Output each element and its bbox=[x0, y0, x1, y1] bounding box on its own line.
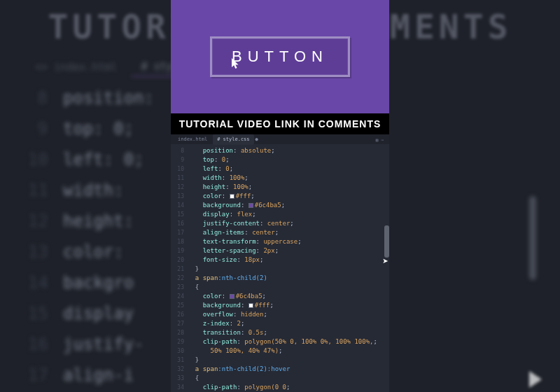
fg-scrollbar-thumb[interactable] bbox=[384, 225, 389, 258]
line-number: 34 bbox=[171, 383, 184, 392]
line-number: 30 bbox=[171, 346, 184, 356]
line-number: 20 bbox=[171, 255, 184, 265]
css-icon: # bbox=[217, 136, 220, 142]
line-number: 15 bbox=[171, 210, 184, 219]
code-line: width: 100%; bbox=[188, 174, 388, 183]
line-number: 32 bbox=[171, 365, 184, 374]
banner-text: TUTORIAL VIDEO LINK IN COMMENTS bbox=[179, 118, 382, 130]
bg-scrollbar-thumb[interactable] bbox=[529, 196, 536, 280]
fg-titlebar-controls: ▥ ⋯ bbox=[376, 135, 386, 144]
code-line: 50% 100%, 40% 47%); bbox=[188, 346, 388, 356]
line-number: 13 bbox=[171, 192, 184, 201]
bg-code-line: 8position: bbox=[28, 83, 154, 113]
line-number: 19 bbox=[171, 246, 184, 255]
line-number: 25 bbox=[171, 301, 184, 310]
demo-button[interactable]: BUTTON bbox=[210, 36, 350, 77]
line-number: 8 bbox=[171, 146, 184, 155]
line-number: 14 bbox=[171, 201, 184, 210]
code-line: font-size: 18px; bbox=[188, 255, 388, 265]
line-number: 27 bbox=[171, 319, 184, 328]
code-line: justify-content: center; bbox=[188, 219, 388, 228]
line-number: 33 bbox=[171, 374, 184, 383]
code-line: background: #6c4ba5; bbox=[188, 201, 388, 210]
line-number: 16 bbox=[171, 219, 184, 228]
bg-code-line: 16justify- bbox=[28, 329, 154, 360]
demo-button-label: BUTTON bbox=[232, 48, 328, 66]
mouse-cursor-icon: ➤ bbox=[383, 255, 388, 267]
more-icon[interactable]: ⋯ bbox=[381, 135, 384, 144]
code-line: left: 0; bbox=[188, 164, 388, 174]
line-number: 17 bbox=[171, 228, 184, 237]
code-line: display: flex; bbox=[188, 210, 388, 219]
split-editor-icon[interactable]: ▥ bbox=[376, 135, 379, 144]
code-line: height: 100%; bbox=[188, 183, 388, 192]
line-number: 18 bbox=[171, 237, 184, 246]
code-line: a span:nth-child(2) bbox=[188, 274, 388, 283]
code-line: background: #fff; bbox=[188, 301, 388, 310]
bg-code-line: 11width: bbox=[28, 175, 154, 206]
code-line: } bbox=[188, 356, 388, 365]
close-icon[interactable]: ● bbox=[255, 135, 258, 144]
code-line: text-transform: uppercase; bbox=[188, 237, 388, 246]
code-line: clip-path: polygon(50% 0, 100% 0%, 100% … bbox=[188, 337, 388, 346]
fg-tab-row: index.html # style.css ● ▥ ⋯ bbox=[171, 134, 389, 144]
line-number: 26 bbox=[171, 310, 184, 319]
code-line: align-items: center; bbox=[188, 228, 388, 237]
code-line: clip-path: polygon(0 0; bbox=[188, 383, 388, 392]
bg-tab-index-html[interactable]: <> index.html bbox=[25, 58, 127, 76]
code-line: } bbox=[188, 265, 388, 274]
screenshot-root: TUTORIAL — COMMENTS <> index.html # styl… bbox=[0, 0, 560, 392]
line-number: 21 bbox=[171, 265, 184, 274]
bg-code-line: 14backgro bbox=[28, 267, 154, 298]
code-line: position: absolute; bbox=[188, 146, 388, 155]
bg-code-line: 15display bbox=[28, 298, 154, 329]
fg-tab-style-css[interactable]: # style.css bbox=[213, 134, 253, 145]
code-line: z-index: 2; bbox=[188, 319, 388, 328]
fg-tab-label: index.html bbox=[178, 136, 207, 142]
banner-strip: TUTORIAL VIDEO LINK IN COMMENTS bbox=[171, 113, 389, 134]
code-line: a span:nth-child(2):hover bbox=[188, 365, 388, 374]
foreground-editor: index.html # style.css ● ▥ ⋯ 89101112131… bbox=[171, 134, 389, 392]
html-icon: <> bbox=[35, 61, 48, 74]
bg-code-line: 12height: bbox=[28, 206, 154, 237]
line-number: 28 bbox=[171, 328, 184, 337]
line-number: 12 bbox=[171, 183, 184, 192]
fg-editor-body: 8910111213141516171819202122232425262728… bbox=[171, 144, 389, 392]
bg-code-line: 10left: 0; bbox=[28, 144, 154, 175]
bg-code-block: 8position:9top: 0;10left: 0;11width:12he… bbox=[28, 83, 154, 392]
fg-tab-label: style.css bbox=[223, 136, 250, 142]
code-line: { bbox=[188, 374, 388, 383]
code-line: transition: 0.5s; bbox=[188, 328, 388, 337]
line-number: 11 bbox=[171, 174, 184, 183]
line-number-gutter: 8910111213141516171819202122232425262728… bbox=[171, 144, 188, 392]
line-number: 31 bbox=[171, 356, 184, 365]
line-number: 10 bbox=[171, 164, 184, 174]
cursor-icon bbox=[232, 58, 240, 69]
code-line: { bbox=[188, 283, 388, 292]
line-number: 22 bbox=[171, 274, 184, 283]
code-line: letter-spacing: 2px; bbox=[188, 246, 388, 255]
line-number: 9 bbox=[171, 155, 184, 164]
fg-tab-index-html[interactable]: index.html bbox=[174, 134, 211, 145]
code-line: color: #6c4ba5; bbox=[188, 292, 388, 301]
bg-code-line: 9top: 0; bbox=[28, 113, 154, 144]
demo-button-zone: BUTTON bbox=[171, 0, 389, 113]
line-number: 29 bbox=[171, 337, 184, 346]
line-number: 23 bbox=[171, 283, 184, 292]
css-icon: # bbox=[141, 60, 147, 73]
bg-code-line: 13color: bbox=[28, 237, 154, 267]
code-line: color: #fff; bbox=[188, 192, 388, 201]
bg-code-line: 17align-i bbox=[28, 360, 154, 391]
play-icon[interactable] bbox=[529, 371, 542, 388]
fg-code-block[interactable]: position: absolute; top: 0; left: 0; wid… bbox=[188, 144, 389, 392]
line-number: 24 bbox=[171, 292, 184, 301]
code-line: overflow: hidden; bbox=[188, 310, 388, 319]
bg-tab-label: index.html bbox=[54, 61, 117, 74]
code-line: top: 0; bbox=[188, 155, 388, 164]
